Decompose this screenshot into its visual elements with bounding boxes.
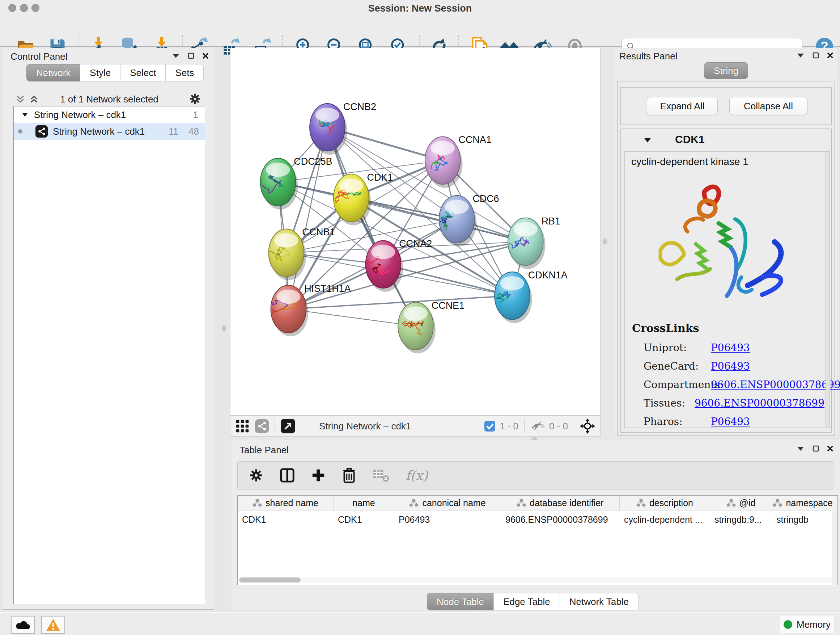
node-count: 11 [169, 126, 178, 137]
cell-canonical-name[interactable]: P06493 [394, 510, 501, 529]
cell-shared-name[interactable]: CDK1 [238, 510, 333, 529]
section-collapse-icon[interactable] [643, 137, 652, 143]
network-view-share-icon[interactable] [255, 419, 269, 433]
columns-icon[interactable] [279, 468, 295, 483]
string-results-container: Expand All Collapse All CDK1 cyclin-depe… [617, 81, 835, 436]
cell-description[interactable]: cyclin-dependent ... [620, 510, 710, 529]
function-builder-icon: f(x) [406, 468, 428, 483]
results-panel: Results Panel String Expand All Collapse… [615, 48, 837, 437]
network-node[interactable]: CCNA1 [425, 134, 492, 188]
selected-checkbox-icon[interactable] [485, 421, 495, 432]
network-node[interactable]: CCNB2 [309, 101, 376, 155]
column-header[interactable]: name [333, 496, 394, 510]
cell-database-identifier[interactable]: 9606.ENSP00000378699 [501, 510, 620, 529]
results-panel-title: Results Panel [619, 51, 677, 62]
left-splitter-handle[interactable] [222, 325, 226, 331]
network-node[interactable]: CDC6 [437, 193, 499, 247]
pan-crosshair-icon[interactable] [580, 418, 595, 434]
expand-all-button[interactable]: Expand All [647, 97, 718, 115]
crosslink-row: Pharos: P06493 [644, 412, 824, 431]
node-table[interactable]: shared name name canonical name database… [237, 495, 838, 585]
panel-float-icon[interactable] [813, 52, 819, 59]
warnings-button[interactable] [41, 616, 65, 634]
cell-name[interactable]: CDK1 [333, 510, 394, 529]
cdk1-section: CDK1 cyclin-dependent kinase 1 [621, 128, 832, 432]
tab-node-table[interactable]: Node Table [427, 593, 494, 610]
gear-icon[interactable] [188, 92, 202, 105]
window-titlebar: Session: New Session [0, 0, 840, 16]
panel-close-icon[interactable] [827, 52, 834, 59]
crosslink-link[interactable]: P06493 [711, 360, 750, 372]
table-row[interactable]: CDK1 CDK1 P06493 9606.ENSP00000378699 cy… [238, 510, 837, 529]
column-header[interactable]: description [620, 496, 710, 510]
tree-expand-icon[interactable] [22, 112, 28, 117]
network-tree-item[interactable]: String Network – cdk1 11 48 [14, 123, 205, 140]
panel-close-icon[interactable] [202, 52, 209, 59]
warning-icon [46, 618, 60, 631]
network-tree: String Network – cdk1 1 String Network –… [13, 106, 205, 604]
crosslink-label: Tissues: [644, 397, 695, 409]
column-header[interactable]: database identifier [501, 496, 620, 510]
column-type-icon [409, 498, 418, 508]
table-panel: Table Panel f(x) [232, 440, 840, 610]
column-header[interactable]: canonical name [394, 496, 501, 510]
table-horizontal-scrollbar[interactable] [239, 578, 832, 583]
column-header[interactable]: namespace [772, 496, 834, 510]
tab-select[interactable]: Select [120, 64, 166, 81]
network-node[interactable]: CDC25B [261, 156, 332, 210]
delete-trash-icon[interactable] [342, 467, 356, 483]
crosslink-row: Compartments: 9606.ENSP00000378699 [644, 375, 824, 394]
cloud-status-button[interactable] [11, 616, 35, 634]
memory-button[interactable]: Memory [780, 616, 834, 633]
tab-string[interactable]: String [704, 62, 748, 79]
panel-float-icon[interactable] [813, 445, 819, 452]
column-header[interactable]: @id [710, 496, 772, 510]
tab-style[interactable]: Style [80, 64, 120, 81]
network-graph[interactable]: CCNB2CCNA1CDC25BCDK1CDC6RB1CCNB1CCNA2CDK… [231, 48, 600, 415]
tab-network-table[interactable]: Network Table [560, 593, 638, 610]
network-tree-root[interactable]: String Network – cdk1 1 [14, 106, 205, 123]
network-node-label: CDK1 [367, 172, 393, 183]
column-type-icon [773, 498, 782, 508]
collapse-all-button[interactable]: Collapse All [729, 97, 807, 115]
add-column-icon[interactable] [311, 468, 326, 483]
tab-edge-table[interactable]: Edge Table [493, 593, 560, 610]
crosslink-link[interactable]: 9606.ENSP00000378699 [711, 379, 840, 391]
table-vertical-scrollbar[interactable] [832, 510, 837, 585]
network-canvas[interactable]: CCNB2CCNA1CDC25BCDK1CDC6RB1CCNB1CCNA2CDK… [230, 48, 600, 416]
tab-network[interactable]: Network [27, 64, 80, 81]
edge-count: 48 [188, 126, 199, 137]
panel-close-icon[interactable] [827, 445, 834, 452]
crosslink-label: Compartments: [644, 379, 711, 391]
network-edge[interactable] [288, 127, 327, 309]
column-type-icon [726, 498, 736, 508]
right-splitter-handle[interactable] [603, 238, 607, 244]
open-in-new-icon[interactable] [281, 419, 295, 433]
table-settings-gear-icon[interactable] [248, 468, 264, 483]
cell-id[interactable]: stringdb:9... [710, 510, 772, 529]
panel-menu-icon[interactable] [797, 446, 805, 451]
network-node-label: CCNB1 [302, 226, 335, 238]
results-scrollbar[interactable] [826, 151, 830, 428]
crosslink-link[interactable]: 9606.ENSP00000378699 [695, 397, 824, 409]
grid-view-icon[interactable] [235, 419, 249, 433]
network-node[interactable]: CCNB1 [268, 226, 335, 280]
panel-menu-icon[interactable] [797, 53, 805, 58]
hidden-eye-slash-icon [531, 420, 545, 432]
column-type-icon [636, 498, 646, 508]
panel-menu-icon[interactable] [172, 53, 180, 58]
network-node[interactable]: CCNA2 [365, 238, 432, 292]
netbar-separator [275, 419, 275, 433]
cloud-icon [16, 619, 30, 630]
crosslink-link[interactable]: P06493 [711, 342, 750, 354]
network-node[interactable]: CDKN1A [494, 270, 568, 323]
cell-namespace[interactable]: stringdb [772, 510, 834, 529]
network-node[interactable]: HIST1H1A [265, 283, 351, 337]
network-node-label: CDKN1A [528, 270, 568, 280]
panel-float-icon[interactable] [188, 52, 194, 59]
tab-sets[interactable]: Sets [165, 64, 204, 81]
network-node[interactable]: CCNE1 [398, 300, 464, 354]
crosslink-link[interactable]: P06493 [711, 416, 750, 428]
scrollbar-thumb[interactable] [239, 578, 301, 583]
column-header[interactable]: shared name [238, 496, 333, 510]
